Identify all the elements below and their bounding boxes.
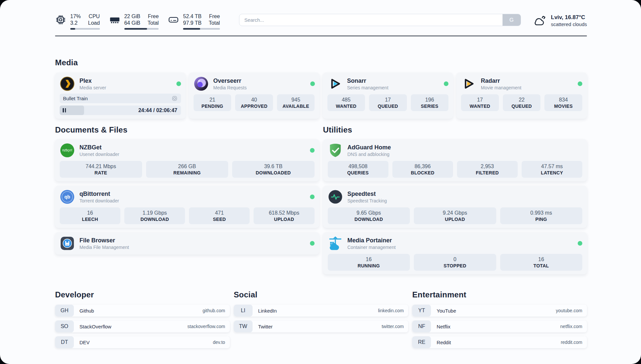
app-card-adguard-home[interactable]: AdGuard HomeDNS and adblocking498,508QUE… (323, 139, 587, 181)
playback-progress-fill (60, 106, 84, 115)
app-card-media-portainer[interactable]: Media PortainerContainer management16RUN… (323, 232, 587, 274)
bookmark-abbr: SO (55, 320, 74, 332)
stat-value: 834 (546, 96, 581, 103)
stat-label: BLOCKED (394, 170, 452, 176)
stat-box: 945AVAILABLE (277, 94, 315, 111)
stat-row: 16LEECH1.19 GbpsDOWNLOAD471SEED618.52 Mb… (60, 207, 315, 224)
app-subtitle: Torrent downloader (79, 198, 119, 204)
memory-progress-track (124, 28, 159, 30)
disk-labels: FreeTotal (209, 13, 220, 26)
stat-label: LATENCY (523, 170, 581, 176)
memory-labels: FreeTotal (148, 13, 159, 26)
bookmark-url: youtube.com (556, 308, 582, 313)
app-subtitle: Usenet downloader (79, 151, 119, 157)
stat-label: DOWNLOADED (233, 170, 313, 176)
bookmark-abbr: TW (234, 320, 253, 332)
search-engine-button[interactable]: G (503, 14, 521, 26)
section-title: Entertainment (412, 290, 587, 299)
app-name: Media Portainer (348, 236, 396, 244)
bookmark-dev[interactable]: DTDEVdev.to (55, 336, 230, 348)
stat-label: REMAINING (147, 170, 227, 176)
bookmark-name: Reddit (437, 340, 451, 345)
bookmark-stackoverflow[interactable]: SOStackOverflowstackoverflow.com (55, 320, 230, 332)
app-subtitle: Media File Management (79, 244, 129, 250)
bookmark-reddit[interactable]: RERedditreddit.com (412, 336, 587, 348)
stat-row: 21PENDING40APPROVED945AVAILABLE (194, 94, 315, 111)
cpu-chip-icon (55, 13, 66, 30)
stat-box: 16LEECH (60, 207, 120, 224)
section-title: Developer (55, 290, 230, 299)
app-card-plex[interactable]: PlexMedia serverBullet Train24:44 / 02:0… (55, 73, 186, 119)
disk-widget: 52.4 TB97.9 TB FreeTotal (168, 13, 220, 30)
stat-box: 2,953FILTERED (457, 161, 518, 178)
filebrowser-icon (60, 236, 75, 251)
card-header: qbqBittorrentTorrent downloader (60, 189, 315, 204)
stat-row: 16RUNNING0STOPPED16TOTAL (328, 254, 583, 271)
app-subtitle: Speedtest Tracking (348, 198, 387, 204)
bookmark-twitter[interactable]: TWTwittertwitter.com (234, 320, 409, 332)
online-status-dot (176, 81, 181, 86)
stat-box: 471SEED (189, 207, 250, 224)
stat-box: 0STOPPED (414, 254, 496, 271)
stat-box: 16RUNNING (328, 254, 410, 271)
online-status-dot (578, 81, 582, 86)
bookmark-github[interactable]: GHGithubgithub.com (55, 305, 230, 317)
stat-value: 0.993 ms (502, 209, 581, 216)
stat-value: 618.52 Mbps (255, 209, 313, 216)
bookmark-abbr: GH (55, 305, 74, 317)
bookmark-column: DeveloperGHGithubgithub.comSOStackOverfl… (55, 290, 230, 348)
radarr-icon (461, 76, 476, 91)
stat-value: 9.65 Gbps (329, 209, 409, 216)
stat-value: 2,953 (458, 163, 516, 170)
app-card-nzbget[interactable]: nzbgetNZBGetUsenet downloader744.21 Mbps… (55, 139, 319, 181)
bookmark-name: Github (79, 308, 94, 314)
stat-box: 9.24 GbpsUPLOAD (414, 207, 496, 224)
app-card-speedtest[interactable]: SpeedtestSpeedtest Tracking9.65 GbpsDOWN… (323, 186, 587, 228)
nzbget-icon: nzbget (60, 143, 75, 158)
stat-value: 22 (504, 96, 539, 103)
stat-box: 618.52 MbpsUPLOAD (254, 207, 314, 224)
stat-label: STOPPED (415, 263, 495, 269)
stat-value: 266 GB (147, 163, 227, 170)
portainer-icon (328, 236, 343, 251)
app-card-qbittorrent[interactable]: qbqBittorrentTorrent downloader16LEECH1.… (55, 186, 319, 228)
memory-progress-fill (124, 28, 147, 30)
disk-values: 52.4 TB97.9 TB (183, 13, 201, 26)
stat-label: QUEUED (504, 103, 539, 109)
stat-value: 471 (190, 209, 248, 216)
stat-box: 196SERIES (411, 94, 449, 111)
bookmark-name: YouTube (437, 308, 456, 314)
stat-box: 1.19 GbpsDOWNLOAD (124, 207, 185, 224)
playback-progress-bar: 24:44 / 02:06:47 (60, 106, 181, 115)
app-card-radarr[interactable]: RadarrMovie management17WANTED22QUEUED83… (456, 73, 587, 119)
stat-label: RATE (61, 170, 141, 176)
app-card-filebrowser[interactable]: File BrowserMedia File Management (55, 232, 319, 255)
memory-widget: 22 GiB64 GiB FreeTotal (109, 13, 159, 30)
cloud-moon-icon (532, 14, 547, 28)
bookmark-abbr: RE (412, 336, 431, 348)
stat-value: 744.21 Mbps (61, 163, 141, 170)
bookmark-url: dev.to (213, 340, 225, 345)
stat-value: 17 (370, 96, 406, 103)
bookmark-linkedin[interactable]: LILinkedInlinkedin.com (234, 305, 409, 317)
video-target-icon (171, 95, 178, 102)
cpu-labels: CPULoad (88, 13, 100, 26)
pause-icon (63, 108, 66, 112)
app-card-sonarr[interactable]: SonarrSeries management485WANTED17QUEUED… (323, 73, 453, 119)
stat-label: PING (502, 216, 581, 223)
bookmark-youtube[interactable]: YTYouTubeyoutube.com (412, 305, 587, 317)
card-header: File BrowserMedia File Management (60, 236, 315, 251)
card-header: RadarrMovie management (461, 76, 582, 91)
bookmark-name: StackOverflow (79, 324, 111, 329)
app-subtitle: Container management (348, 244, 396, 250)
app-subtitle: Series management (347, 85, 388, 91)
app-card-overseerr[interactable]: OverseerrMedia Requests21PENDING40APPROV… (189, 73, 320, 119)
card-header: PlexMedia server (60, 76, 181, 91)
search-input[interactable] (239, 14, 521, 26)
stat-box: 485WANTED (327, 94, 365, 111)
speedtest-icon (328, 189, 343, 204)
section-title-media: Media (55, 58, 587, 67)
bookmark-netflix[interactable]: NFNetflixnetflix.com (412, 320, 587, 332)
bookmark-abbr: NF (412, 320, 431, 332)
card-header: nzbgetNZBGetUsenet downloader (60, 143, 315, 158)
